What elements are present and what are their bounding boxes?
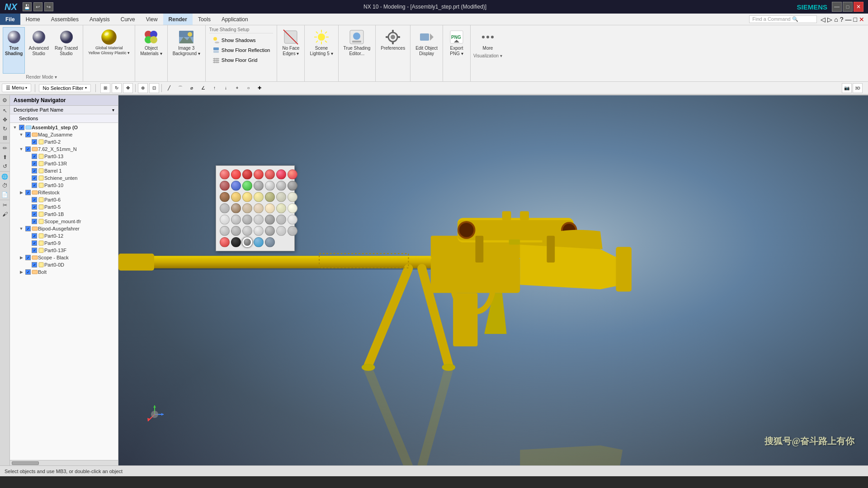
sketch-icon[interactable]: ✏ <box>1 144 9 152</box>
globe-icon[interactable]: 🌐 <box>1 173 9 181</box>
checkbox-icon[interactable]: ✓ <box>32 175 37 181</box>
list-item[interactable]: ▶ ✓ Riflestock <box>10 189 118 196</box>
list-item[interactable]: ✓ Part0-13R <box>10 160 118 167</box>
checkbox-icon[interactable]: ✓ <box>25 269 31 275</box>
minimize-btn[interactable]: — <box>832 2 842 12</box>
move-icon[interactable]: ✥ <box>1 116 9 124</box>
list-item[interactable]: ✓ Schiene_unten <box>10 174 118 182</box>
menu-curve[interactable]: Curve <box>115 14 141 25</box>
rotate-btn[interactable]: ↻ <box>112 83 122 93</box>
mat-swatch[interactable] <box>265 237 275 247</box>
object-materials-btn[interactable]: ObjectMaterials ▾ <box>138 27 164 58</box>
settings-icon[interactable]: ⚙ <box>1 96 9 104</box>
mat-swatch[interactable] <box>288 192 297 202</box>
dropdown-arrow-icon[interactable]: ▾ <box>112 108 114 113</box>
checkbox-icon[interactable]: ✓ <box>19 125 24 130</box>
scene-lighting-btn[interactable]: SceneLighting 5 ▾ <box>307 27 335 58</box>
menu-btn[interactable]: ☰ Menu ▾ <box>2 84 31 92</box>
mat-swatch[interactable] <box>276 169 286 179</box>
pan-btn[interactable]: ✥ <box>123 83 133 93</box>
checkbox-icon[interactable]: ✓ <box>32 139 37 145</box>
checkbox-icon[interactable]: ✓ <box>32 248 37 253</box>
mat-swatch[interactable] <box>220 237 230 247</box>
close-btn[interactable]: ✕ <box>854 2 863 12</box>
mat-swatch[interactable] <box>254 181 264 191</box>
expander-icon[interactable]: ▼ <box>18 132 24 137</box>
checkbox-icon[interactable]: ✓ <box>32 204 37 210</box>
list-item[interactable]: ✓ Part0-10 <box>10 182 118 189</box>
mat-swatch[interactable] <box>231 181 241 191</box>
expander-icon[interactable]: ▼ <box>12 125 18 130</box>
no-face-edges-btn[interactable]: No FaceEdges ▾ <box>280 27 302 58</box>
mat-swatch[interactable] <box>254 226 264 236</box>
mat-swatch[interactable] <box>242 192 252 202</box>
extrude-icon[interactable]: ⬆ <box>1 153 9 161</box>
viewport[interactable]: 搜狐号@奋斗路上有你 <box>118 95 868 465</box>
list-item[interactable]: ✓ Scope_mount-tfr <box>10 218 118 225</box>
doc-icon[interactable]: 📄 <box>1 191 9 199</box>
mat-swatch[interactable] <box>220 169 230 179</box>
mat-swatch[interactable] <box>231 237 241 247</box>
up-btn[interactable]: ↑ <box>209 83 219 93</box>
expander-icon[interactable]: ▶ <box>18 270 24 274</box>
true-shading-btn[interactable]: TrueShading <box>3 27 25 74</box>
select-icon[interactable]: ↖ <box>1 107 9 115</box>
maximize2-icon[interactable]: □ <box>854 16 857 23</box>
fit-btn[interactable]: ⊡ <box>149 83 159 93</box>
arc-tool-btn[interactable]: ⌒ <box>175 83 185 93</box>
menu-application[interactable]: Application <box>216 14 254 25</box>
close2-icon[interactable]: ✕ <box>859 16 864 23</box>
checkbox-icon[interactable]: ✓ <box>25 146 31 152</box>
checkbox-icon[interactable]: ✓ <box>32 154 37 159</box>
camera-btn[interactable]: 📷 <box>842 83 852 93</box>
menu-home[interactable]: Home <box>20 14 46 25</box>
expander-icon[interactable]: ▶ <box>18 255 24 260</box>
assembly-nav-scroll[interactable] <box>10 460 118 465</box>
menu-render[interactable]: Render <box>163 14 193 25</box>
menu-file[interactable]: File <box>0 14 20 25</box>
cut-icon[interactable]: ✂ <box>1 201 9 209</box>
list-item[interactable]: ✓ Part0-13 <box>10 153 118 160</box>
down-btn[interactable]: ↓ <box>221 83 231 93</box>
redo-btn[interactable]: ↪ <box>44 2 53 11</box>
checkbox-icon[interactable]: ✓ <box>32 240 37 246</box>
show-floor-reflection-btn[interactable]: Show Floor Reflection <box>209 45 274 55</box>
checkbox-icon[interactable]: ✓ <box>32 183 37 188</box>
preferences-btn[interactable]: Preferences <box>378 27 407 52</box>
rotate3d-icon[interactable]: ↻ <box>1 125 9 133</box>
menu-assemblies[interactable]: Assemblies <box>46 14 84 25</box>
mat-swatch[interactable] <box>220 215 230 225</box>
list-item[interactable]: ✓ Part0-5 <box>10 203 118 211</box>
list-item[interactable]: ✓ Part0-1B <box>10 211 118 218</box>
checkbox-icon[interactable]: ✓ <box>32 197 37 202</box>
mat-swatch[interactable] <box>265 226 275 236</box>
checkbox-icon[interactable]: ✓ <box>32 262 37 267</box>
ray-traced-btn[interactable]: Ray TracedStudio <box>52 27 80 74</box>
mat-swatch[interactable] <box>288 203 297 213</box>
scale-icon[interactable]: ⊞ <box>1 134 9 142</box>
list-item[interactable]: ✓ Barrel 1 <box>10 167 118 174</box>
menu-view[interactable]: View <box>141 14 163 25</box>
mat-swatch[interactable] <box>288 215 297 225</box>
edit-object-btn[interactable]: Edit ObjectDisplay <box>413 27 440 58</box>
circle-btn[interactable]: ○ <box>243 83 253 93</box>
export-png-btn[interactable]: PNG ExportPNG ▾ <box>446 27 467 58</box>
back-icon[interactable]: ◁ <box>821 16 826 23</box>
menu-analysis[interactable]: Analysis <box>84 14 115 25</box>
mat-swatch-selected[interactable] <box>242 237 252 247</box>
find-command-input[interactable]: Find a Command 🔍 <box>749 15 817 23</box>
angle-btn[interactable]: ∠ <box>198 83 208 93</box>
undo-btn[interactable]: ↩ <box>33 2 42 11</box>
mat-swatch[interactable] <box>288 169 297 179</box>
mat-swatch[interactable] <box>220 192 230 202</box>
mat-swatch[interactable] <box>254 192 264 202</box>
mat-swatch[interactable] <box>220 203 230 213</box>
view-toggle-btn[interactable]: ⊞ <box>100 83 110 93</box>
minimize2-icon[interactable]: — <box>845 16 852 23</box>
mat-swatch[interactable] <box>220 181 230 191</box>
plus2-btn[interactable]: ✚ <box>255 83 264 93</box>
mat-swatch[interactable] <box>242 181 252 191</box>
list-item[interactable]: ✓ Part0-6 <box>10 196 118 203</box>
mat-swatch[interactable] <box>265 203 275 213</box>
part-name-row[interactable]: Descriptive Part Name ▾ <box>10 106 118 114</box>
